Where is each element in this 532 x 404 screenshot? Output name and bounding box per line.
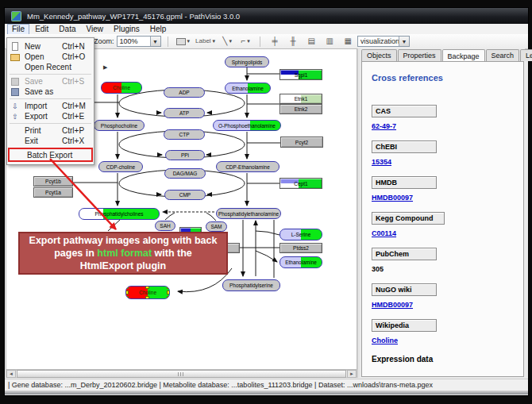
pathway-node-sphingolipids[interactable]: Sphingolipids	[225, 56, 269, 67]
tab-objects[interactable]: Objects	[361, 49, 397, 61]
tab-legend[interactable]: Legend	[520, 49, 532, 61]
scroll-right-icon[interactable]: ►	[347, 370, 357, 378]
panel-tabs: ObjectsPropertiesBackpageSearchLegend	[361, 48, 525, 61]
chevron-down-icon[interactable]: ▼	[399, 37, 409, 46]
selection-handle[interactable]	[167, 290, 170, 294]
visualization-combobox[interactable]: visualization ▼	[357, 36, 410, 47]
pathway-node-pcyt2[interactable]: Pcyt2	[280, 137, 323, 148]
pathway-node-cdp-ethanolamine[interactable]: CDP-Ethanolamine	[216, 161, 279, 172]
stack-vertical-icon: ▦	[344, 37, 351, 45]
menu-view[interactable]: View	[81, 25, 108, 34]
pathway-node-l-serine[interactable]: L-Serine	[279, 229, 322, 240]
pathway-node-sgpl1[interactable]: Sgpl1	[279, 69, 322, 80]
common-height-button[interactable]: ▥	[322, 35, 337, 48]
tab-properties[interactable]: Properties	[398, 49, 441, 61]
xref-header-kegg-compound: Kegg Compound	[372, 212, 445, 225]
align-center-button[interactable]: ╪	[267, 35, 283, 48]
tab-search[interactable]: Search	[486, 49, 520, 61]
selection-handle[interactable]	[125, 290, 129, 294]
zoom-value: 100%	[118, 37, 150, 45]
xref-header-chebi: ChEBI	[372, 140, 437, 153]
file-menu-item-export[interactable]: ⇧ExportCtrl+E	[7, 111, 94, 121]
file-menu-item-open-recent[interactable]: Open Recent▶	[7, 62, 94, 72]
shortcut-label: Ctrl+O	[59, 52, 91, 61]
tab-backpage[interactable]: Backpage	[442, 49, 485, 62]
pathway-node-phosphatidylethanolamine[interactable]: Phosphatidylethanolamine	[216, 208, 281, 219]
pathway-node-phosphatidylserine[interactable]: Phosphatidylserine	[222, 279, 280, 291]
file-menu-item-print[interactable]: PrintCtrl+P	[7, 125, 94, 136]
annotation-callout: Export pathway images along with back pa…	[18, 232, 228, 275]
menu-file[interactable]: File	[7, 24, 29, 35]
menu-data[interactable]: Data	[54, 25, 80, 34]
pathway-node-pcyt1a[interactable]: Pcyt1a	[33, 187, 73, 198]
xref-value-wikipedia[interactable]: Choline	[372, 337, 515, 344]
pathway-node-etnk2[interactable]: Etnk2	[279, 104, 322, 114]
chevron-down-icon[interactable]: ▾	[213, 38, 216, 44]
line-tool[interactable]: ╲▾	[219, 35, 235, 48]
pathway-node-o-phosphoethanolamine[interactable]: O-Phosphoethanolamine	[213, 120, 281, 131]
menu-edit[interactable]: Edit	[30, 25, 53, 34]
scroll-left-icon[interactable]: ◄	[6, 370, 16, 378]
pathway-node-sam[interactable]: SAM	[206, 221, 227, 232]
new-file-icon	[10, 42, 20, 52]
pathway-node-pcyt1b[interactable]: Pcyt1b	[33, 176, 73, 187]
file-menu-item-import[interactable]: ⇩ImportCtrl+M	[7, 101, 94, 111]
pathway-node-ctp[interactable]: CTP	[164, 129, 205, 140]
shortcut-label: Ctrl+E	[59, 112, 91, 121]
stack-vertical-button[interactable]: ▦	[340, 35, 356, 48]
connector-tool[interactable]: ⌐▾	[237, 35, 253, 48]
align-middle-icon: ╫	[291, 37, 296, 45]
datanode-icon	[176, 38, 186, 45]
chevron-down-icon[interactable]: ▾	[187, 38, 191, 44]
pathway-node-cept1[interactable]: Cept1	[279, 178, 322, 189]
menu-plugins[interactable]: Plugins	[109, 25, 145, 34]
file-menu-item-batch-export[interactable]: Batch Export	[10, 149, 91, 160]
pathway-node-ethanolamine-2[interactable]: Ethanolamine	[279, 256, 322, 268]
pathway-node-cdp-choline[interactable]: CDP-choline	[98, 161, 143, 172]
chevron-down-icon[interactable]: ▼	[150, 37, 160, 46]
pathway-node-etnk1[interactable]: Etnk1	[279, 94, 322, 104]
pathway-node-atp[interactable]: ATP	[164, 108, 205, 118]
file-menu-item-save-as[interactable]: Save as	[7, 87, 94, 97]
selection-handle[interactable]	[145, 286, 149, 289]
align-middle-button[interactable]: ╫	[285, 35, 301, 48]
pathway-node-dag-mag[interactable]: DAG/MAG	[164, 168, 206, 179]
xref-value-cas[interactable]: 62-49-7	[372, 122, 515, 130]
pathway-node-ppi[interactable]: PPi	[165, 150, 205, 160]
pathway-node-cmp[interactable]: CMP	[164, 190, 206, 200]
pathway-node-ethanolamine-top[interactable]: Ethanolamine	[225, 83, 271, 94]
horizontal-scrollbar[interactable]: ◄ ►	[6, 370, 357, 378]
xref-value-chebi[interactable]: 15354	[372, 158, 515, 166]
pathway-node-ptdss2[interactable]: Ptdss2	[279, 243, 322, 253]
file-menu-item-exit[interactable]: ExitCtrl+X	[7, 136, 94, 146]
selection-handle[interactable]	[145, 296, 149, 299]
pathway-node-sah[interactable]: SAH	[155, 221, 175, 231]
common-width-button[interactable]: ▤	[303, 35, 319, 48]
chevron-down-icon[interactable]: ▾	[247, 38, 250, 44]
pathway-node-phosphocholine[interactable]: Phosphocholine	[94, 120, 145, 131]
visualization-value: visualization	[358, 37, 399, 45]
connector-tool-icon: ⌐	[241, 37, 245, 45]
file-menu-item-new[interactable]: NewCtrl+N	[7, 41, 94, 52]
zoom-combobox[interactable]: 100% ▼	[117, 36, 161, 47]
toolbar-separator	[260, 37, 260, 47]
common-width-icon: ▤	[307, 37, 314, 45]
pathway-node-adp[interactable]: ADP	[164, 87, 205, 98]
pathway-node-phosphatidylcholines[interactable]: Phosphatidylcholines	[79, 208, 160, 220]
label-tool-icon: Label	[195, 37, 211, 45]
chevron-down-icon[interactable]: ▾	[229, 38, 232, 44]
toolbar-separator	[168, 37, 168, 47]
xref-header-nugo-wiki: NuGO wiki	[372, 283, 437, 296]
shortcut-label: Ctrl+S	[59, 77, 91, 86]
xref-value-kegg-compound[interactable]: C00114	[372, 229, 515, 237]
pathway-node-choline-selected[interactable]: Choline	[125, 286, 170, 299]
xref-value-hmdb[interactable]: HMDB00097	[372, 194, 515, 202]
scrollbar-thumb[interactable]	[17, 370, 346, 378]
menu-help[interactable]: Help	[145, 25, 172, 34]
title-bar[interactable]: Mm_Kennedy_pathway_WP1771_45176.gpml - P…	[5, 8, 528, 24]
pathway-node-choline-top[interactable]: Choline	[101, 82, 142, 94]
file-menu-item-open[interactable]: OpenCtrl+O	[7, 52, 94, 62]
datanode-tool[interactable]: ▾	[175, 35, 192, 48]
xref-value-nugo-wiki[interactable]: HMDB00097	[372, 301, 515, 309]
label-tool[interactable]: Label▾	[194, 35, 217, 48]
